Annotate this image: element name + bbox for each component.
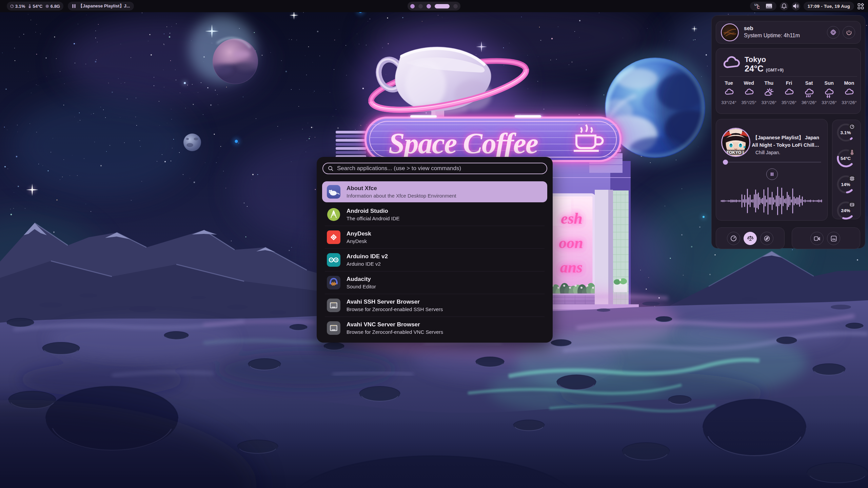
- svg-text:C: C: [757, 5, 760, 9]
- svg-text:3.1%: 3.1%: [841, 130, 851, 135]
- svg-text:54°C: 54°C: [841, 156, 851, 161]
- svg-text:Space Coffee: Space Coffee: [389, 127, 538, 160]
- svg-text:ans: ans: [560, 259, 583, 276]
- svg-text:14%: 14%: [841, 182, 850, 187]
- svg-text:esh: esh: [561, 210, 583, 227]
- svg-text:24%: 24%: [841, 208, 850, 213]
- svg-text:oon: oon: [559, 234, 583, 251]
